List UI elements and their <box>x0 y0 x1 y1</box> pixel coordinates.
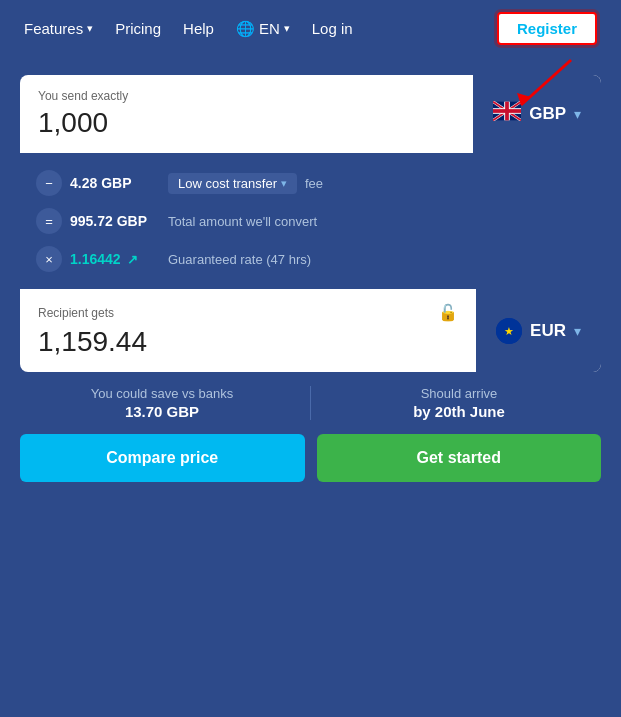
savings-left: You could save vs banks 13.70 GBP <box>24 386 311 420</box>
navigation: Features ▾ Pricing Help 🌐 EN ▾ Log in Re… <box>0 0 621 57</box>
compare-price-button[interactable]: Compare price <box>20 434 305 482</box>
fee-amount: 4.28 GBP <box>70 175 160 191</box>
help-label: Help <box>183 20 214 37</box>
equals-icon: = <box>36 208 62 234</box>
language-chevron-icon: ▾ <box>284 22 290 35</box>
savings-value: 13.70 GBP <box>24 403 300 420</box>
receive-amount[interactable]: 1,159.44 <box>38 326 458 358</box>
rate-trend-icon: ↗ <box>127 252 138 267</box>
receive-currency-chevron-icon: ▾ <box>574 323 581 339</box>
send-amount[interactable]: 1,000 <box>38 107 455 139</box>
savings-right: Should arrive by 20th June <box>311 386 597 420</box>
register-label: Register <box>517 20 577 37</box>
send-row: You send exactly 1,000 GBP ▾ <box>20 75 601 153</box>
nav-help[interactable]: Help <box>183 20 214 37</box>
fee-type-badge[interactable]: Low cost transfer ▾ <box>168 173 297 194</box>
fee-row: − 4.28 GBP Low cost transfer ▾ fee <box>36 164 585 202</box>
receive-row: Recipient gets 🔓 1,159.44 ★ EUR ▾ <box>20 289 601 372</box>
savings-bar: You could save vs banks 13.70 GBP Should… <box>20 386 601 420</box>
total-desc: Total amount we'll convert <box>168 214 317 229</box>
globe-icon: 🌐 <box>236 20 255 38</box>
nav-language[interactable]: 🌐 EN ▾ <box>236 20 290 38</box>
language-label: EN <box>259 20 280 37</box>
svg-rect-10 <box>493 109 521 113</box>
nav-features[interactable]: Features ▾ <box>24 20 93 37</box>
fee-word: fee <box>305 176 323 191</box>
gbp-flag-icon <box>493 101 521 127</box>
send-label: You send exactly <box>38 89 455 103</box>
nav-pricing[interactable]: Pricing <box>115 20 161 37</box>
multiply-icon: × <box>36 246 62 272</box>
login-label: Log in <box>312 20 353 37</box>
features-chevron-icon: ▾ <box>87 22 93 35</box>
arrive-value: by 20th June <box>321 403 597 420</box>
get-started-button[interactable]: Get started <box>317 434 602 482</box>
features-label: Features <box>24 20 83 37</box>
nav-login[interactable]: Log in <box>312 20 353 37</box>
eur-flag-icon: ★ <box>496 318 522 344</box>
register-button[interactable]: Register <box>497 12 597 45</box>
send-input-area[interactable]: You send exactly 1,000 <box>20 75 473 153</box>
total-amount: 995.72 GBP <box>70 213 160 229</box>
fee-type-chevron-icon: ▾ <box>281 177 287 190</box>
currency-widget: You send exactly 1,000 GBP ▾ <box>20 75 601 482</box>
fee-type-label: Low cost transfer <box>178 176 277 191</box>
action-buttons: Compare price Get started <box>20 434 601 482</box>
receive-label-row: Recipient gets 🔓 <box>38 303 458 322</box>
lock-icon: 🔓 <box>438 303 458 322</box>
total-row: = 995.72 GBP Total amount we'll convert <box>36 202 585 240</box>
rate-number: 1.16442 <box>70 251 121 267</box>
receive-input-area[interactable]: Recipient gets 🔓 1,159.44 <box>20 289 476 372</box>
rate-desc: Guaranteed rate (47 hrs) <box>168 252 311 267</box>
minus-icon: − <box>36 170 62 196</box>
send-currency-selector[interactable]: GBP ▾ <box>473 75 601 153</box>
send-currency-chevron-icon: ▾ <box>574 106 581 122</box>
send-currency-code: GBP <box>529 104 566 124</box>
receive-currency-selector[interactable]: ★ EUR ▾ <box>476 289 601 372</box>
rate-value: 1.16442 ↗ <box>70 251 160 267</box>
savings-label: You could save vs banks <box>24 386 300 401</box>
svg-text:★: ★ <box>504 325 514 337</box>
receive-label: Recipient gets <box>38 306 114 320</box>
rate-row: × 1.16442 ↗ Guaranteed rate (47 hrs) <box>36 240 585 278</box>
receive-currency-code: EUR <box>530 321 566 341</box>
pricing-label: Pricing <box>115 20 161 37</box>
details-area: − 4.28 GBP Low cost transfer ▾ fee = 995… <box>20 154 601 288</box>
arrive-label: Should arrive <box>321 386 597 401</box>
